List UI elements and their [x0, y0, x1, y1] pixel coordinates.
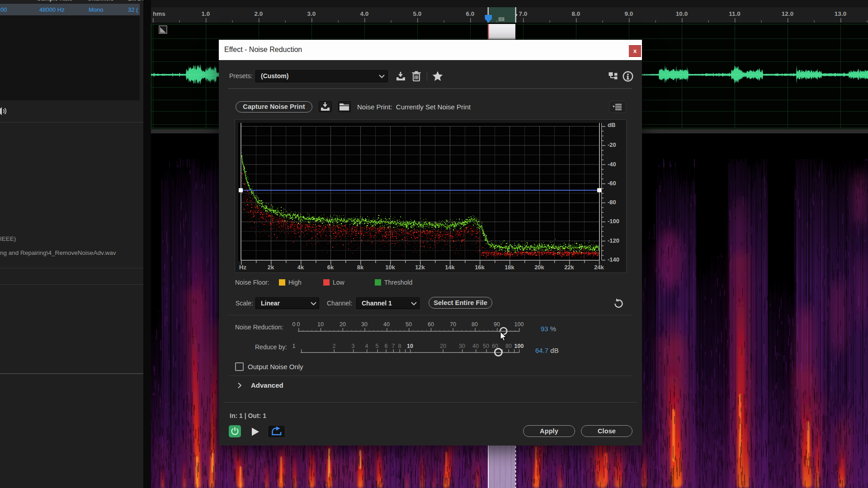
svg-text:11.0: 11.0	[729, 10, 741, 17]
svg-text:2k: 2k	[268, 264, 274, 271]
svg-text:4k: 4k	[297, 264, 304, 271]
svg-text:90: 90	[494, 321, 500, 328]
svg-text:-20: -20	[608, 141, 616, 148]
svg-text:8k: 8k	[357, 264, 364, 271]
svg-text:5: 5	[376, 343, 379, 349]
svg-text:-80: -80	[608, 199, 616, 206]
svg-text:16k: 16k	[475, 264, 485, 271]
svg-text:24k: 24k	[594, 264, 604, 271]
svg-text:4.0: 4.0	[360, 10, 369, 17]
svg-text:3.0: 3.0	[307, 10, 316, 17]
svg-text:12.0: 12.0	[782, 10, 793, 17]
svg-text:10.0: 10.0	[676, 10, 688, 17]
svg-text:13.0: 13.0	[835, 10, 846, 17]
svg-text:22k: 22k	[564, 264, 574, 271]
svg-text:12k: 12k	[415, 264, 425, 271]
svg-text:-120: -120	[608, 237, 619, 244]
svg-text:70: 70	[450, 321, 456, 328]
svg-text:3: 3	[352, 343, 355, 349]
svg-text:60: 60	[428, 321, 434, 328]
svg-text:7.0: 7.0	[519, 10, 528, 17]
svg-text:-140: -140	[608, 256, 619, 263]
svg-text:40: 40	[472, 343, 479, 349]
svg-text:7: 7	[392, 343, 395, 349]
svg-text:10: 10	[317, 321, 324, 328]
svg-text:14k: 14k	[445, 264, 455, 271]
svg-text:0: 0	[292, 321, 296, 328]
svg-text:10k: 10k	[385, 264, 395, 271]
svg-text:4: 4	[365, 343, 368, 349]
svg-text:80: 80	[505, 343, 512, 349]
svg-text:8.0: 8.0	[572, 10, 580, 17]
svg-text:10: 10	[407, 343, 413, 349]
svg-text:6.0: 6.0	[466, 10, 475, 17]
svg-text:1: 1	[292, 343, 296, 349]
svg-text:100: 100	[514, 321, 524, 328]
svg-text:-100: -100	[608, 218, 619, 225]
svg-text:dB: dB	[608, 122, 615, 128]
svg-text:Hz: Hz	[239, 264, 246, 271]
svg-text:8: 8	[398, 343, 401, 349]
svg-text:50: 50	[406, 321, 412, 328]
svg-text:20: 20	[340, 321, 346, 328]
svg-text:20: 20	[440, 343, 446, 349]
svg-text:2.0: 2.0	[255, 10, 263, 17]
svg-text:30: 30	[459, 343, 465, 349]
svg-text:100: 100	[514, 343, 524, 349]
svg-text:6: 6	[385, 343, 388, 349]
svg-text:5.0: 5.0	[413, 10, 422, 17]
svg-text:1.0: 1.0	[202, 10, 210, 17]
svg-text:hms: hms	[153, 10, 165, 17]
svg-text:20k: 20k	[534, 264, 544, 271]
svg-text:40: 40	[383, 321, 390, 328]
svg-text:80: 80	[472, 321, 478, 328]
svg-text:-40: -40	[608, 161, 616, 168]
svg-text:-60: -60	[608, 180, 616, 187]
svg-text:9.0: 9.0	[625, 10, 633, 17]
svg-text:6k: 6k	[327, 264, 334, 271]
svg-text:30: 30	[361, 321, 368, 328]
svg-text:0: 0	[297, 321, 300, 328]
svg-text:18k: 18k	[505, 264, 514, 271]
svg-text:2: 2	[333, 343, 336, 349]
svg-text:50: 50	[483, 343, 489, 349]
